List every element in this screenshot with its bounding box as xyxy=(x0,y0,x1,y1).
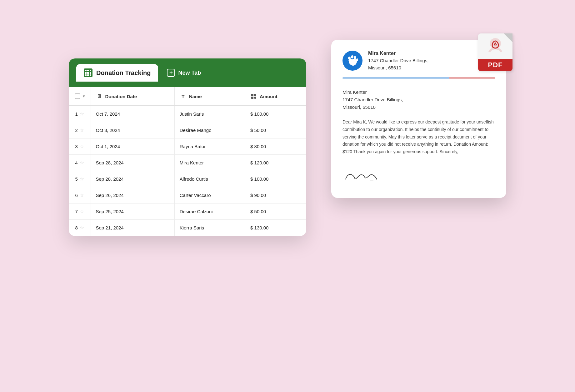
select-all-checkbox[interactable] xyxy=(75,93,80,99)
star-icon[interactable]: ☆ xyxy=(80,176,84,182)
tab-new[interactable]: + New Tab xyxy=(161,64,207,81)
pdf-divider xyxy=(342,78,495,78)
col-name-label: Name xyxy=(189,94,202,99)
amount-cell: $ 50.00 xyxy=(245,204,306,220)
col-date-header: 🗓 Donation Date xyxy=(91,87,174,106)
spreadsheet-header: Donation Tracking + New Tab xyxy=(69,58,306,87)
table-row: 2 ☆ Oct 3, 2024 Desirae Mango $ 50.00 xyxy=(69,122,306,138)
star-icon[interactable]: ☆ xyxy=(80,160,84,166)
table-row: 3 ☆ Oct 1, 2024 Rayna Bator $ 80.00 xyxy=(69,138,306,155)
donation-date-cell: Oct 7, 2024 xyxy=(91,106,174,122)
svg-point-7 xyxy=(354,56,356,59)
row-number-cell: 6 ☆ xyxy=(69,187,91,204)
org-address-line2: Missouri, 65610 xyxy=(368,64,428,72)
table-row: 4 ☆ Sep 28, 2024 Mira Kenter $ 120.00 xyxy=(69,155,306,171)
star-icon[interactable]: ☆ xyxy=(80,143,84,149)
donation-date-cell: Sep 28, 2024 xyxy=(91,155,174,171)
pdf-org-header: Mira Kenter 1747 Chandler Drive Billings… xyxy=(342,50,495,71)
svg-point-6 xyxy=(351,55,353,58)
col-checkbox: ▾ xyxy=(69,87,91,106)
col-amount-header: Amount xyxy=(245,87,306,106)
row-number-cell: 1 ☆ xyxy=(69,106,91,122)
table-row: 8 ☆ Sep 21, 2024 Kierra Saris $ 130.00 xyxy=(69,220,306,236)
donation-date-cell: Oct 1, 2024 xyxy=(91,138,174,155)
pdf-badge: PDF xyxy=(478,33,512,71)
donation-date-cell: Sep 25, 2024 xyxy=(91,204,174,220)
org-name: Mira Kenter xyxy=(368,50,428,57)
amount-cell: $ 100.00 xyxy=(245,171,306,187)
amount-cell: $ 80.00 xyxy=(245,138,306,155)
row-number-cell: 2 ☆ xyxy=(69,122,91,138)
donation-table: ▾ 🗓 Donation Date T Name xyxy=(69,87,306,236)
amount-cell: $ 90.00 xyxy=(245,187,306,204)
svg-rect-1 xyxy=(254,94,256,96)
paw-icon xyxy=(342,51,362,71)
donation-date-cell: Sep 26, 2024 xyxy=(91,187,174,204)
table-row: 7 ☆ Sep 25, 2024 Desirae Calzoni $ 50.00 xyxy=(69,204,306,220)
table-row: 1 ☆ Oct 7, 2024 Justin Saris $ 100.00 xyxy=(69,106,306,122)
plus-icon: + xyxy=(167,69,175,77)
star-icon[interactable]: ☆ xyxy=(80,192,84,198)
col-name-header: T Name xyxy=(174,87,245,106)
amount-cell: $ 130.00 xyxy=(245,220,306,236)
grid-icon xyxy=(84,68,92,77)
tab-active-label: Donation Tracking xyxy=(96,69,151,77)
donor-name-cell: Rayna Bator xyxy=(174,138,245,155)
row-number-cell: 5 ☆ xyxy=(69,171,91,187)
star-icon[interactable]: ☆ xyxy=(80,225,84,231)
row-number: 8 xyxy=(75,225,78,230)
row-number: 6 xyxy=(75,193,78,198)
col-amount-label: Amount xyxy=(260,94,278,99)
amount-cell: $ 120.00 xyxy=(245,155,306,171)
donor-name-cell: Justin Saris xyxy=(174,106,245,122)
chevron-down-icon: ▾ xyxy=(83,94,85,98)
amount-cell: $ 50.00 xyxy=(245,122,306,138)
svg-rect-0 xyxy=(251,94,253,96)
row-number-cell: 8 ☆ xyxy=(69,220,91,236)
svg-point-3 xyxy=(254,97,256,99)
donor-name-cell: Carter Vaccaro xyxy=(174,187,245,204)
acrobat-icon xyxy=(486,37,505,56)
amount-cell: $ 100.00 xyxy=(245,106,306,122)
amount-icon xyxy=(250,93,257,100)
row-number: 3 xyxy=(75,144,78,149)
pdf-signature xyxy=(342,168,495,187)
row-number: 2 xyxy=(75,128,78,133)
star-icon[interactable]: ☆ xyxy=(80,111,84,117)
pdf-card: PDF Mira Kenter 1747 Ch xyxy=(331,40,506,198)
col-date-label: Donation Date xyxy=(105,94,137,99)
spreadsheet-card: Donation Tracking + New Tab ▾ xyxy=(69,58,306,236)
star-icon[interactable]: ☆ xyxy=(80,127,84,133)
org-address-line1: 1747 Chandler Drive Billings, xyxy=(368,57,428,64)
row-number: 5 xyxy=(75,176,78,182)
recipient-address-line2: Missouri, 65610 xyxy=(342,103,495,111)
tab-new-label: New Tab xyxy=(178,70,201,76)
name-icon: T xyxy=(180,93,187,100)
pdf-label: PDF xyxy=(478,59,512,71)
row-number: 4 xyxy=(75,160,78,165)
table-row: 5 ☆ Sep 28, 2024 Alfredo Curtis $ 100.00 xyxy=(69,171,306,187)
pdf-body-text: Dear Mira K, We would like to express ou… xyxy=(342,118,495,156)
row-number-cell: 7 ☆ xyxy=(69,204,91,220)
donation-date-cell: Sep 28, 2024 xyxy=(91,171,174,187)
donation-date-cell: Sep 21, 2024 xyxy=(91,220,174,236)
donor-name-cell: Desirae Mango xyxy=(174,122,245,138)
donor-name-cell: Alfredo Curtis xyxy=(174,171,245,187)
recipient-address-line1: 1747 Chandler Drive Billings, xyxy=(342,96,495,103)
donor-name-cell: Desirae Calzoni xyxy=(174,204,245,220)
row-number-cell: 4 ☆ xyxy=(69,155,91,171)
pdf-recipient-address: Mira Kenter 1747 Chandler Drive Billings… xyxy=(342,88,495,111)
row-number-cell: 3 ☆ xyxy=(69,138,91,155)
date-icon: 🗓 xyxy=(96,93,103,100)
row-number: 1 xyxy=(75,111,78,117)
donation-date-cell: Oct 3, 2024 xyxy=(91,122,174,138)
org-address: Mira Kenter 1747 Chandler Drive Billings… xyxy=(368,50,428,71)
svg-rect-2 xyxy=(251,97,253,99)
tab-donation-tracking[interactable]: Donation Tracking xyxy=(76,64,158,82)
donor-name-cell: Kierra Saris xyxy=(174,220,245,236)
recipient-name: Mira Kenter xyxy=(342,88,495,96)
row-number: 7 xyxy=(75,209,78,214)
donor-name-cell: Mira Kenter xyxy=(174,155,245,171)
table-row: 6 ☆ Sep 26, 2024 Carter Vaccaro $ 90.00 xyxy=(69,187,306,204)
star-icon[interactable]: ☆ xyxy=(80,209,84,214)
